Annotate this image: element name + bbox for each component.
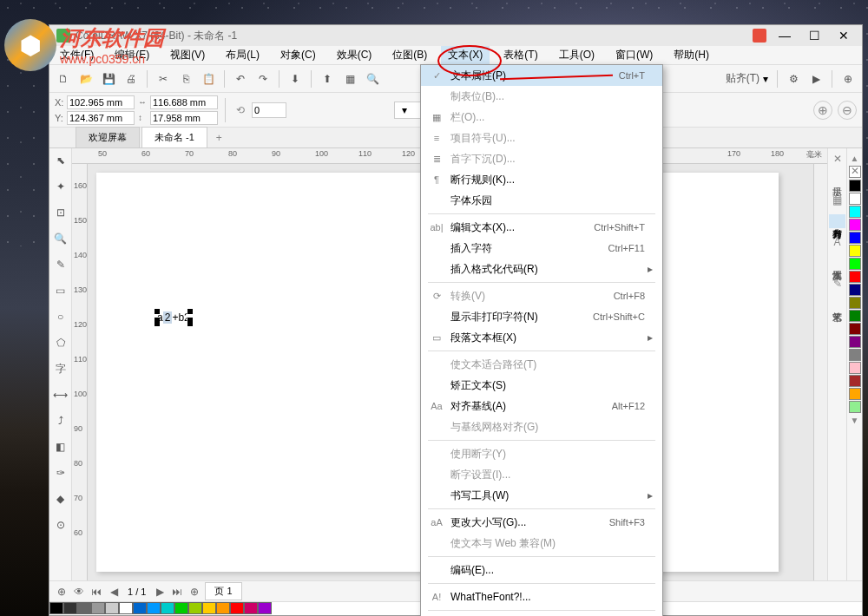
- color-strip-swatch[interactable]: [77, 602, 91, 614]
- vertical-scrollbar[interactable]: [813, 164, 827, 580]
- new-icon[interactable]: 🗋: [55, 70, 72, 88]
- menu-item[interactable]: 书写工具(W)▸: [421, 485, 662, 506]
- menu-object[interactable]: 对象(C): [273, 46, 323, 64]
- color-strip-swatch[interactable]: [230, 602, 244, 614]
- color-swatch[interactable]: [849, 323, 861, 335]
- color-swatch[interactable]: [849, 271, 861, 283]
- menu-item[interactable]: 编码(E)...: [421, 560, 662, 580]
- color-swatch[interactable]: [849, 388, 861, 400]
- zoom-icon[interactable]: 🔍: [364, 70, 381, 88]
- freehand-tool-icon[interactable]: ✎: [52, 256, 69, 273]
- align-tab[interactable]: 对齐与分布: [829, 214, 845, 228]
- no-color-swatch[interactable]: [849, 166, 861, 178]
- color-strip-swatch[interactable]: [49, 602, 63, 614]
- pick-tool-icon[interactable]: ⬉: [52, 152, 69, 169]
- maximize-button[interactable]: ☐: [803, 27, 825, 44]
- paste-icon[interactable]: 📋: [200, 70, 217, 88]
- color-swatch[interactable]: [849, 180, 861, 192]
- minimize-button[interactable]: —: [773, 27, 796, 44]
- publish-icon[interactable]: ▦: [341, 70, 358, 88]
- color-swatch[interactable]: [849, 297, 861, 309]
- selection-handle[interactable]: [187, 318, 193, 323]
- text-tool-icon[interactable]: 字: [52, 360, 69, 377]
- menu-view[interactable]: 视图(V): [163, 46, 212, 64]
- color-swatch[interactable]: [849, 310, 861, 322]
- color-swatch[interactable]: [849, 336, 861, 348]
- crop-tool-icon[interactable]: ⊡: [52, 204, 69, 221]
- selection-handle[interactable]: [155, 309, 160, 314]
- color-strip-swatch[interactable]: [216, 602, 230, 614]
- color-swatch[interactable]: [849, 219, 861, 231]
- undo-icon[interactable]: ↶: [232, 70, 249, 88]
- text-object[interactable]: a2+b2: [157, 311, 190, 324]
- add-page-icon[interactable]: ⊕: [187, 585, 201, 599]
- cut-icon[interactable]: ✂: [155, 70, 172, 88]
- color-swatch[interactable]: [849, 362, 861, 374]
- h-input[interactable]: [150, 111, 218, 125]
- menu-effect[interactable]: 效果(C): [330, 46, 379, 64]
- selection-handle[interactable]: [155, 318, 160, 323]
- menu-text[interactable]: 文本(X): [441, 46, 490, 64]
- color-strip-swatch[interactable]: [63, 602, 77, 614]
- launch-icon[interactable]: ▶: [807, 70, 825, 88]
- palette-down-icon[interactable]: ▼: [849, 414, 861, 427]
- color-strip-swatch[interactable]: [133, 602, 147, 614]
- menu-item[interactable]: aA更改大小写(G)...Shift+F3: [421, 512, 662, 533]
- artistic-tab[interactable]: 艺术笔: [829, 298, 845, 311]
- user-icon[interactable]: [753, 29, 766, 43]
- menu-item[interactable]: 插入格式化代码(R)▸: [421, 259, 662, 279]
- dimension-tool-icon[interactable]: ⟷: [52, 386, 69, 403]
- color-strip-swatch[interactable]: [202, 602, 216, 614]
- save-icon[interactable]: 💾: [100, 70, 117, 88]
- x-input[interactable]: [67, 95, 135, 109]
- menu-item[interactable]: 显示非打印字符(N)Ctrl+Shift+C: [421, 306, 662, 327]
- export-icon[interactable]: ⬆: [319, 70, 336, 88]
- rotation-input[interactable]: [252, 102, 286, 118]
- selection-handle[interactable]: [187, 309, 193, 314]
- eyedropper-tool-icon[interactable]: ✑: [52, 464, 69, 482]
- menu-item[interactable]: 插入字符Ctrl+F11: [421, 238, 662, 259]
- color-swatch[interactable]: [849, 232, 861, 244]
- menu-item[interactable]: Aa对齐基线(A)Alt+F12: [421, 396, 662, 416]
- color-strip-swatch[interactable]: [147, 602, 161, 614]
- menu-help[interactable]: 帮助(H): [667, 46, 716, 64]
- menu-table[interactable]: 表格(T): [496, 46, 544, 64]
- color-swatch[interactable]: [849, 284, 861, 296]
- w-input[interactable]: [150, 95, 218, 109]
- color-strip-swatch[interactable]: [244, 602, 258, 614]
- fill-tool-icon[interactable]: ◆: [52, 490, 69, 508]
- menu-layout[interactable]: 布局(L): [219, 46, 266, 64]
- color-strip-swatch[interactable]: [91, 602, 105, 614]
- menu-item[interactable]: A!WhatTheFont?!...: [421, 587, 662, 607]
- expand-icon[interactable]: ⊕: [55, 585, 69, 599]
- menu-bitmap[interactable]: 位图(B): [385, 46, 434, 64]
- menu-window[interactable]: 窗口(W): [608, 46, 660, 64]
- menu-item[interactable]: 字体乐园: [421, 190, 662, 211]
- menu-item[interactable]: ab|编辑文本(X)...Ctrl+Shift+T: [421, 217, 662, 238]
- color-strip-swatch[interactable]: [119, 602, 133, 614]
- color-swatch[interactable]: [849, 258, 861, 270]
- tab-document[interactable]: 未命名 -1: [141, 127, 207, 147]
- open-icon[interactable]: 📂: [77, 70, 95, 88]
- menu-item[interactable]: ¶断行规则(K)...: [421, 169, 662, 190]
- prev-page-icon[interactable]: ◀: [107, 585, 121, 599]
- redo-icon[interactable]: ↷: [254, 70, 272, 88]
- last-page-icon[interactable]: ⏭: [170, 585, 184, 599]
- snap-combo[interactable]: 贴齐(T) ▾: [726, 71, 770, 86]
- menu-item[interactable]: ✓文本属性(P)Ctrl+T: [421, 65, 662, 86]
- close-docker-icon[interactable]: ✕: [831, 152, 845, 166]
- color-swatch[interactable]: [849, 245, 861, 257]
- menu-tools[interactable]: 工具(O): [552, 46, 602, 64]
- print-icon[interactable]: 🖨: [122, 70, 140, 88]
- color-swatch[interactable]: [849, 206, 861, 218]
- outline-tool-icon[interactable]: ⊙: [52, 516, 69, 534]
- color-swatch[interactable]: [849, 401, 861, 413]
- next-page-icon[interactable]: ▶: [153, 585, 167, 599]
- more-icon[interactable]: ⊕: [839, 70, 857, 88]
- color-strip-swatch[interactable]: [174, 602, 188, 614]
- zoom-tool-icon[interactable]: 🔍: [52, 230, 69, 247]
- ellipse-tool-icon[interactable]: ○: [52, 308, 69, 325]
- color-strip-swatch[interactable]: [258, 602, 272, 614]
- connector-tool-icon[interactable]: ⤴: [52, 412, 69, 429]
- color-strip-swatch[interactable]: [188, 602, 202, 614]
